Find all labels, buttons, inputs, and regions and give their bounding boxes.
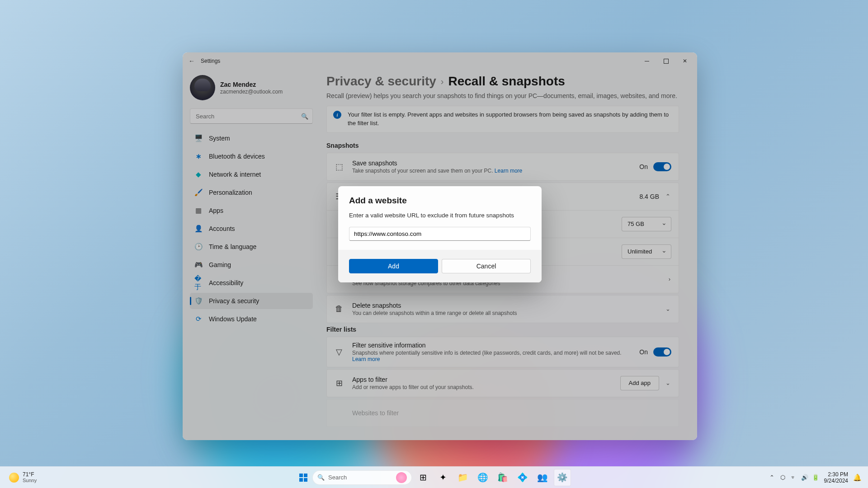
- taskbar: 71°F Sunny 🔍 Search ⊞ ✦ 📁 🌐 🛍️ 💠 👥 ⚙️ ⌃ …: [0, 466, 868, 488]
- task-view-button[interactable]: ⊞: [415, 469, 432, 486]
- search-icon: 🔍: [317, 474, 325, 481]
- add-website-dialog: Add a website Enter a valid website URL …: [338, 186, 542, 282]
- add-button[interactable]: Add: [349, 259, 438, 273]
- taskbar-clock[interactable]: 2:30 PM 9/24/2024: [821, 471, 851, 484]
- modal-overlay: Add a website Enter a valid website URL …: [183, 52, 697, 440]
- tray-wifi-icon[interactable]: ᯤ: [789, 471, 799, 484]
- dialog-description: Enter a valid website URL to exclude it …: [349, 212, 531, 219]
- windows-logo-icon: [299, 474, 307, 482]
- taskbar-search[interactable]: 🔍 Search: [312, 470, 412, 485]
- teams-button[interactable]: 👥: [534, 469, 551, 486]
- notifications-button[interactable]: 🔔: [852, 471, 863, 484]
- tray-volume-icon[interactable]: 🔊: [800, 471, 810, 484]
- search-highlight-icon: [396, 472, 407, 483]
- website-url-input[interactable]: [349, 227, 531, 241]
- chat-button[interactable]: 💠: [514, 469, 531, 486]
- explorer-button[interactable]: 📁: [454, 469, 472, 486]
- copilot-button[interactable]: ✦: [434, 469, 452, 486]
- start-button[interactable]: [297, 471, 310, 484]
- store-button[interactable]: 🛍️: [494, 469, 511, 486]
- dialog-title: Add a website: [349, 196, 531, 206]
- edge-button[interactable]: 🌐: [474, 469, 491, 486]
- tray-misc-icon[interactable]: ⬡: [778, 471, 788, 484]
- sun-icon: [9, 473, 19, 483]
- settings-window: ← Settings Zac Mendez zacmendez@outlook.…: [183, 52, 697, 440]
- tray-chevron[interactable]: ⌃: [767, 471, 777, 484]
- cancel-button[interactable]: Cancel: [442, 259, 531, 273]
- tray-battery-icon[interactable]: 🔋: [811, 471, 821, 484]
- settings-button[interactable]: ⚙️: [554, 469, 571, 486]
- weather-widget[interactable]: 71°F Sunny: [5, 470, 40, 485]
